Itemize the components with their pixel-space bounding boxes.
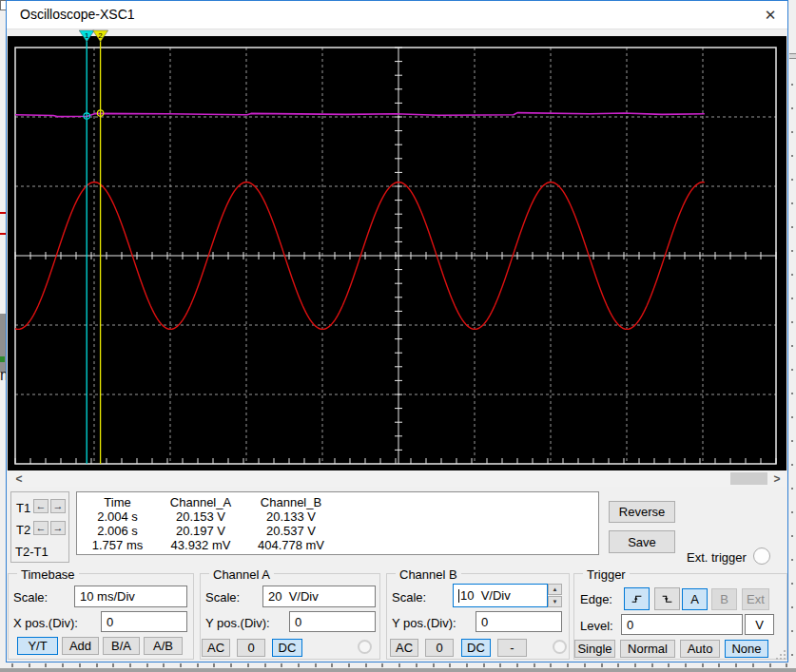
- cursor2-right-button[interactable]: →: [50, 521, 66, 535]
- channel-b-dc-button[interactable]: DC: [461, 639, 491, 657]
- channel-a-terminal: [358, 640, 372, 654]
- timebase-xpos-input[interactable]: 0: [101, 611, 187, 632]
- channel-b-ypos-input[interactable]: 0: [476, 611, 562, 632]
- trigger-level-unit[interactable]: V: [745, 614, 774, 635]
- scrollbar-thumb[interactable]: [730, 472, 767, 485]
- close-icon[interactable]: ✕: [760, 6, 781, 25]
- svg-text:2: 2: [98, 31, 103, 40]
- bottom-gray-bar: [0, 668, 796, 672]
- background-scrollbar-fragment: [789, 53, 796, 59]
- table-header-row: Time Channel_A Channel_B: [77, 495, 598, 509]
- timebase-mode-ba-button[interactable]: B/A: [103, 637, 140, 655]
- cursor-panel: T1 ← → T2 ← → T2-T1: [10, 491, 69, 563]
- delta-channel-b: 404.778 mV: [243, 538, 339, 552]
- channel-a-group-title: Channel A: [209, 567, 274, 582]
- resize-grip[interactable]: [776, 650, 786, 660]
- trigger-none-button[interactable]: None: [725, 640, 768, 658]
- table-row: 2.004 s 20.153 V 20.133 V: [77, 509, 598, 524]
- channel-b-scale-label: Scale:: [392, 590, 426, 605]
- ext-trigger-terminal: [753, 547, 770, 565]
- cursor2-left-button[interactable]: ←: [33, 521, 49, 535]
- t2-channel-b: 20.537 V: [243, 524, 339, 538]
- channel-a-scale-label: Scale:: [205, 590, 240, 605]
- col-header-channel-a: Channel_A: [158, 495, 243, 509]
- cursor1-right-button[interactable]: →: [50, 499, 66, 513]
- channel-b-minus-button[interactable]: -: [497, 639, 527, 657]
- cursor1-label: T1: [16, 501, 30, 515]
- timebase-mode-yt-button[interactable]: Y/T: [17, 637, 58, 655]
- cursor1-left-button[interactable]: ←: [33, 499, 49, 513]
- scroll-left-icon[interactable]: <: [11, 471, 27, 486]
- channel-a-ypos-input[interactable]: 0: [289, 611, 376, 632]
- falling-edge-icon: [661, 592, 673, 605]
- channel-a-ac-button[interactable]: AC: [202, 639, 230, 657]
- t1-channel-a: 20.153 V: [158, 509, 243, 524]
- trigger-source-ext-button[interactable]: Ext: [742, 588, 769, 610]
- delta-time: 1.757 ms: [77, 538, 158, 552]
- timebase-mode-ab-button[interactable]: A/B: [144, 637, 183, 655]
- trigger-single-button[interactable]: Single: [574, 640, 615, 658]
- scope-scrollbar[interactable]: < >: [8, 470, 786, 487]
- window-title: Oscilloscope-XSC1: [20, 7, 135, 22]
- channel-a-ypos-label: Y pos.(Div):: [205, 616, 270, 630]
- t1-time: 2.004 s: [77, 509, 158, 524]
- channel-a-zero-button[interactable]: 0: [237, 639, 265, 657]
- trigger-normal-button[interactable]: Normal: [620, 640, 675, 658]
- timebase-scale-input[interactable]: 10 ms/Div: [74, 586, 187, 607]
- channel-a-scale-input[interactable]: 20 V/Div: [262, 586, 376, 607]
- trigger-group-title: Trigger: [583, 567, 630, 582]
- svg-text:1: 1: [85, 31, 89, 40]
- timebase-mode-add-button[interactable]: Add: [62, 637, 99, 655]
- channel-b-scale-input[interactable]: 10 V/Div: [453, 584, 548, 607]
- scroll-right-icon[interactable]: >: [769, 471, 785, 486]
- measurement-table: Time Channel_A Channel_B 2.004 s 20.153 …: [76, 491, 599, 555]
- trigger-falling-edge-button[interactable]: [654, 587, 680, 610]
- trigger-source-a-button[interactable]: A: [682, 588, 708, 610]
- channel-b-terminal: [553, 640, 567, 654]
- timebase-group-title: Timebase: [17, 567, 79, 582]
- channel-b-zero-button[interactable]: 0: [425, 639, 454, 657]
- cursor2-label: T2: [16, 523, 30, 537]
- save-button[interactable]: Save: [609, 530, 675, 553]
- trigger-auto-button[interactable]: Auto: [680, 640, 720, 658]
- trigger-edge-label: Edge:: [580, 592, 612, 606]
- col-header-time: Time: [77, 495, 158, 509]
- timebase-xpos-label: X pos.(Div):: [13, 616, 78, 630]
- table-row: 1.757 ms 43.932 mV 404.778 mV: [77, 538, 598, 552]
- table-row: 2.006 s 20.197 V 20.537 V: [77, 524, 598, 538]
- timebase-scale-label: Scale:: [13, 590, 48, 605]
- trigger-rising-edge-button[interactable]: [624, 587, 650, 610]
- channel-b-ac-button[interactable]: AC: [390, 639, 418, 657]
- rising-edge-icon: [631, 592, 643, 605]
- channel-a-dc-button[interactable]: DC: [272, 639, 302, 657]
- text-caret: [458, 589, 459, 603]
- trigger-source-b-button[interactable]: B: [711, 588, 737, 610]
- cursor-delta-label: T2-T1: [15, 545, 49, 559]
- trigger-level-input[interactable]: 0: [621, 614, 743, 635]
- t2-time: 2.006 s: [77, 524, 158, 538]
- ext-trigger-label: Ext. trigger: [687, 550, 747, 565]
- col-header-channel-b: Channel_B: [243, 495, 339, 509]
- background-component-lead: [0, 356, 5, 362]
- delta-channel-a: 43.932 mV: [158, 538, 243, 552]
- scope-display[interactable]: 12: [8, 29, 786, 470]
- trigger-level-label: Level:: [580, 619, 613, 633]
- t2-channel-a: 20.197 V: [158, 524, 243, 538]
- channel-b-ypos-label: Y pos.(Div):: [392, 616, 456, 630]
- reverse-button[interactable]: Reverse: [609, 501, 675, 523]
- channel-b-scale-spin-up-icon[interactable]: ▲: [548, 584, 562, 595]
- channel-b-group-title: Channel B: [396, 567, 461, 582]
- channel-b-scale-spin-down-icon[interactable]: ▼: [548, 596, 562, 607]
- t1-channel-b: 20.133 V: [243, 509, 339, 524]
